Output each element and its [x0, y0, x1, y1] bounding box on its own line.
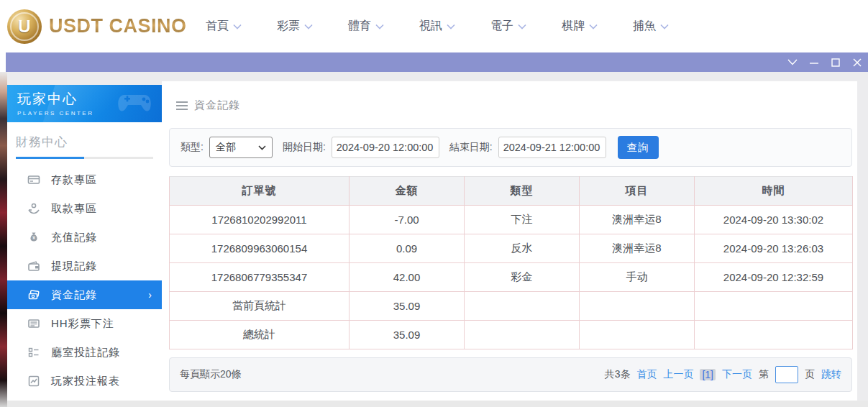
funds-table: 訂單號 金額 類型 項目 時間 1726810202992011 -7.00 下…	[169, 176, 853, 349]
maximize-icon[interactable]	[825, 52, 846, 72]
search-button[interactable]: 查詢	[618, 136, 659, 159]
logo-text: USDT CASINO	[49, 15, 187, 37]
finance-section-header: 財務中心	[7, 122, 162, 159]
sidebar-item-deposit[interactable]: 存款專區	[7, 165, 162, 194]
sidebar-item-withdraw-record[interactable]: 提現記錄	[7, 252, 162, 280]
col-order-number: 訂單號	[170, 177, 350, 206]
players-center-header: 玩家中心 PLAYERS CENTER	[7, 85, 162, 122]
main-content: 資金記錄 類型: 全部 開始日期: 結束日期: 查詢 訂單號 金額 類型 項目 …	[162, 81, 857, 401]
col-time: 時間	[695, 177, 853, 206]
sidebar-item-funds-record[interactable]: 資金記錄 ›	[7, 280, 162, 309]
logo-ball-icon: U	[7, 9, 42, 44]
section-underline	[16, 157, 153, 159]
money-bag-icon: ¥	[27, 231, 40, 244]
sidebar-item-recharge-record[interactable]: ¥ 充值記錄	[7, 223, 162, 252]
table-row: 1726806779355347 42.00 彩金 手动 2024-09-20 …	[170, 263, 853, 292]
table-row: 1726810202992011 -7.00 下注 澳洲幸运8 2024-09-…	[170, 206, 853, 234]
col-item: 項目	[580, 177, 695, 206]
nav-item-home[interactable]: 首頁	[206, 19, 242, 34]
wallet-icon	[27, 260, 40, 273]
chevron-down-icon	[447, 24, 455, 29]
sidebar-item-player-bet-report[interactable]: 玩家投注報表	[7, 367, 162, 395]
prev-page-link[interactable]: 上一页	[663, 368, 693, 381]
first-page-link[interactable]: 首页	[636, 368, 657, 381]
page-title: 資金記錄	[194, 99, 240, 112]
table-row-grand-total: 總統計 35.09	[170, 321, 853, 349]
per-page-label: 每頁顯示20條	[180, 368, 242, 381]
site-logo[interactable]: U USDT CASINO	[7, 9, 187, 44]
chevron-down-icon	[304, 24, 313, 29]
nav-item-lottery[interactable]: 彩票	[277, 19, 313, 34]
bottom-edge-strip	[7, 401, 868, 407]
jump-action-link[interactable]: 跳转	[821, 368, 841, 381]
page-jump-input[interactable]	[775, 366, 798, 383]
start-date-input[interactable]	[332, 137, 439, 158]
table-footer: 每頁顯示20條 共3条 首页 上一页 [1] 下一页 第 页 跳转	[169, 357, 852, 392]
nav-item-video[interactable]: 視訊	[419, 19, 455, 34]
end-date-input[interactable]	[498, 137, 606, 158]
chevron-down-icon	[375, 24, 384, 29]
banknotes-icon	[27, 288, 40, 301]
chevron-down-icon	[518, 24, 526, 29]
start-date-label: 開始日期:	[283, 141, 326, 154]
table-row: 1726809963060154 0.09 反水 澳洲幸运8 2024-09-2…	[170, 234, 853, 263]
site-header: U USDT CASINO 首頁 彩票 體育 視訊 電子 棋牌 捕魚	[0, 0, 868, 52]
window-dropdown-icon[interactable]	[782, 52, 803, 72]
chevron-down-icon	[660, 24, 669, 29]
jump-prefix-label: 第	[759, 368, 769, 381]
type-label: 類型:	[181, 141, 204, 154]
total-count: 共3条	[605, 368, 631, 381]
sidebar-menu: 存款專區 取款專區 ¥ 充值記錄 提現記錄 資金記錄 › HH彩票下注 廳室投註…	[7, 165, 162, 395]
select-arrow-icon	[258, 145, 266, 150]
ticket-list-icon	[27, 317, 40, 330]
table-header-row: 訂單號 金額 類型 項目 時間	[170, 177, 853, 206]
sidebar-item-room-bet-record[interactable]: 廳室投註記錄	[7, 338, 162, 367]
minimize-icon[interactable]	[803, 52, 825, 72]
pagination: 共3条 首页 上一页 [1] 下一页 第 页 跳转	[605, 366, 841, 383]
hamburger-icon	[176, 101, 188, 110]
sidebar: 玩家中心 PLAYERS CENTER 財務中心 存款專區 取款專區 ¥ 充值記…	[7, 85, 162, 407]
jump-suffix-label: 页	[805, 368, 815, 381]
withdraw-hand-icon	[27, 202, 40, 215]
gamepad-icon	[117, 91, 155, 118]
close-icon[interactable]	[846, 52, 868, 72]
filter-panel: 類型: 全部 開始日期: 結束日期: 查詢	[169, 128, 852, 167]
chevron-right-icon: ›	[148, 289, 152, 301]
nav-item-sports[interactable]: 體育	[348, 19, 384, 34]
main-nav: 首頁 彩票 體育 視訊 電子 棋牌 捕魚	[206, 19, 669, 34]
finance-section-title: 財務中心	[16, 134, 153, 150]
chevron-down-icon	[233, 24, 242, 29]
nav-item-cards[interactable]: 棋牌	[562, 19, 598, 34]
deposit-card-icon	[27, 173, 40, 186]
nav-item-fishing[interactable]: 捕魚	[633, 19, 669, 34]
table-row-page-total: 當前頁統計 35.09	[170, 292, 853, 321]
form-record-icon	[27, 346, 40, 359]
sidebar-item-hh-lottery-bets[interactable]: HH彩票下注	[7, 309, 162, 338]
type-select[interactable]: 全部	[209, 137, 273, 158]
page-header: 資金記錄	[176, 99, 240, 112]
next-page-link[interactable]: 下一页	[722, 368, 752, 381]
svg-text:¥: ¥	[32, 235, 35, 240]
chevron-down-icon	[589, 24, 598, 29]
end-date-label: 結束日期:	[449, 141, 493, 154]
logo-letter: U	[18, 17, 30, 37]
current-page-badge: [1]	[700, 369, 716, 380]
background-photo-strip	[0, 72, 7, 407]
sidebar-item-withdraw[interactable]: 取款專區	[7, 194, 162, 223]
col-type: 類型	[465, 177, 580, 206]
nav-item-slots[interactable]: 電子	[490, 19, 526, 34]
window-title-bar	[6, 52, 868, 72]
report-chart-icon	[27, 375, 40, 388]
col-amount: 金額	[350, 177, 465, 206]
